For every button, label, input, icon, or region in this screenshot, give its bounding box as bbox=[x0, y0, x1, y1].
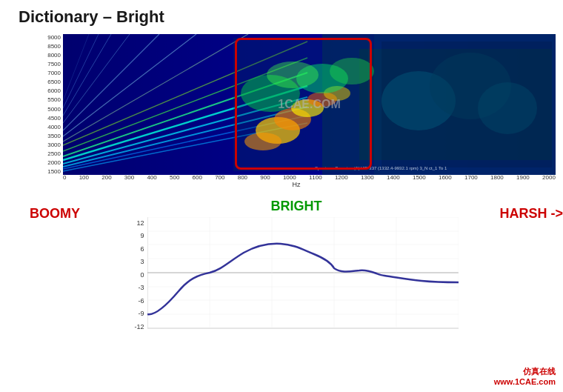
chart-area: BRIGHT 12 9 6 3 0 -3 -6 -9 -12 bbox=[126, 199, 467, 332]
chart-wrapper: 12 9 6 3 0 -3 -6 -9 -12 bbox=[134, 217, 458, 332]
y-axis: 9000 8500 8000 7500 7000 6500 6000 5500 … bbox=[37, 34, 63, 175]
chart-y-axis: 12 9 6 3 0 -3 -6 -9 -12 bbox=[134, 219, 144, 330]
footer-line2: www.1CAE.com bbox=[494, 377, 556, 386]
footer-line1: 仿真在线 bbox=[494, 366, 556, 377]
page-container: Dictionary – Bright 9000 8500 8000 7500 … bbox=[0, 0, 563, 392]
bright-label: BRIGHT bbox=[271, 199, 322, 214]
footer-watermark: 仿真在线 www.1CAE.com bbox=[494, 366, 556, 386]
spectrogram-image: Spectrum Scan too (A) VIF 337 (1332.4-99… bbox=[63, 34, 556, 175]
x-axis: 0 100 200 300 400 500 600 700 800 900 10… bbox=[63, 174, 556, 181]
svg-point-28 bbox=[330, 58, 374, 84]
svg-point-29 bbox=[267, 62, 319, 88]
page-title: Dictionary – Bright bbox=[15, 7, 548, 27]
bottom-section: BOOMY BRIGHT 12 9 6 3 0 -3 -6 -9 -12 bbox=[30, 199, 563, 332]
watermark: 1CAE.COM bbox=[278, 98, 340, 111]
svg-rect-34 bbox=[382, 41, 552, 167]
boomy-label: BOOMY bbox=[30, 199, 126, 222]
spectrogram-container: 9000 8500 8000 7500 7000 6500 6000 5500 … bbox=[37, 34, 556, 190]
x-axis-label: Hz bbox=[293, 181, 301, 188]
svg-text:Spectrum Scan too (A) VIF 337 : Spectrum Scan too (A) VIF 337 (1332.4-99… bbox=[315, 166, 447, 170]
harsh-label: HARSH -> bbox=[467, 199, 563, 222]
line-chart-svg: 0 500 1000 1500 2000 2500 bbox=[147, 217, 459, 332]
svg-point-24 bbox=[244, 133, 282, 150]
